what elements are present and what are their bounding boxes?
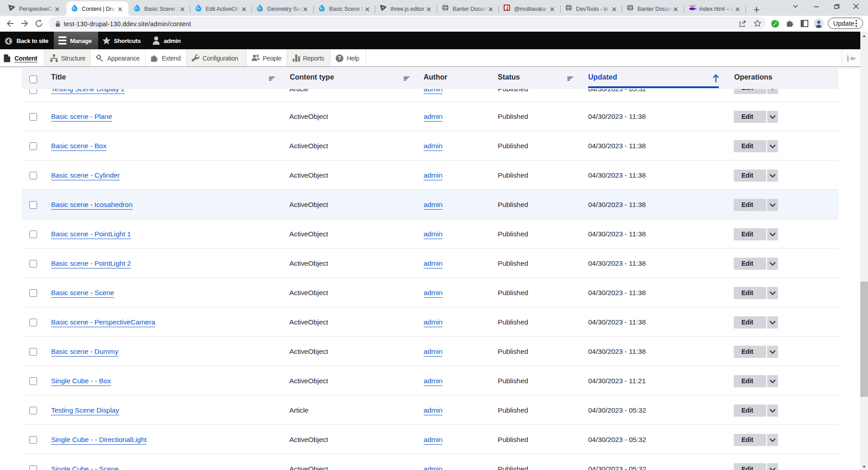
svg-text:?: ? [338,55,341,61]
